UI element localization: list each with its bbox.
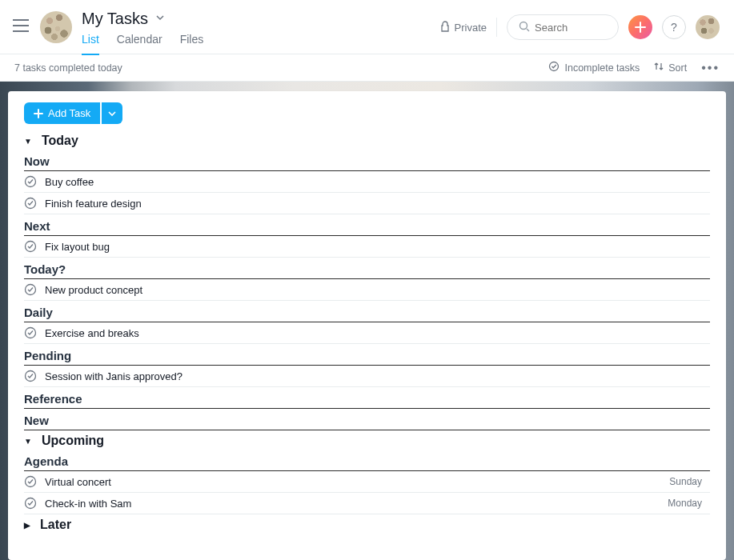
more-menu[interactable]: ••• <box>701 61 720 75</box>
global-add-button[interactable] <box>628 15 652 39</box>
top-right: Private ? <box>440 14 720 40</box>
complete-check-icon[interactable] <box>24 497 37 510</box>
search-input[interactable] <box>535 22 607 34</box>
help-button[interactable]: ? <box>662 15 686 39</box>
plus-icon <box>34 109 43 118</box>
task-text: Buy coffee <box>45 176 94 188</box>
task-row[interactable]: Virtual concertSunday <box>24 471 710 493</box>
add-task-button[interactable]: Add Task <box>24 102 100 124</box>
group-heading[interactable]: Agenda <box>24 451 710 471</box>
sub-bar: 7 tasks completed today Incomplete tasks… <box>0 54 734 82</box>
page-title: My Tasks <box>82 10 148 28</box>
add-task-label: Add Task <box>48 107 90 119</box>
check-circle-icon <box>548 61 560 74</box>
task-row[interactable]: Exercise and breaks <box>24 322 710 344</box>
lock-icon <box>440 21 450 34</box>
triangle-down-icon: ▼ <box>24 137 32 146</box>
privacy-label: Private <box>455 22 487 34</box>
task-row[interactable]: Fix layout bug <box>24 236 710 258</box>
group-heading[interactable]: Pending <box>24 346 710 366</box>
complete-check-icon[interactable] <box>24 240 37 253</box>
task-text: New product concept <box>45 284 142 296</box>
task-due: Monday <box>668 498 710 509</box>
complete-check-icon[interactable] <box>24 175 37 188</box>
completed-status: 7 tasks completed today <box>14 62 122 74</box>
task-text: Exercise and breaks <box>45 327 139 339</box>
group-heading[interactable]: Next <box>24 216 710 236</box>
privacy-toggle[interactable]: Private <box>440 21 487 34</box>
complete-check-icon[interactable] <box>24 197 37 210</box>
tabs: List Calendar Files <box>82 33 203 55</box>
section-header[interactable]: ▼Today <box>24 134 710 148</box>
task-text: Fix layout bug <box>45 241 110 253</box>
task-text: Virtual concert <box>45 476 111 488</box>
title-block: My Tasks List Calendar Files <box>82 8 203 55</box>
search-input-wrap[interactable] <box>507 14 619 40</box>
group-heading[interactable]: Daily <box>24 302 710 322</box>
user-avatar[interactable] <box>696 15 720 39</box>
svg-point-0 <box>520 22 527 29</box>
task-text: Finish feature design <box>45 198 142 210</box>
sort-label: Sort <box>668 62 687 74</box>
group-heading[interactable]: Now <box>24 151 710 171</box>
group-heading[interactable]: Reference <box>24 389 710 409</box>
background: Add Task ▼TodayNowBuy coffeeFinish featu… <box>0 82 734 560</box>
sort-button[interactable]: Sort <box>654 62 687 74</box>
task-row[interactable]: Finish feature design <box>24 193 710 214</box>
task-row[interactable]: Session with Janis approved? <box>24 366 710 387</box>
svg-point-1 <box>550 62 559 71</box>
add-task-dropdown[interactable] <box>102 102 122 124</box>
sort-icon <box>654 62 664 74</box>
task-due: Sunday <box>669 476 710 487</box>
task-board: Add Task ▼TodayNowBuy coffeeFinish featu… <box>8 91 726 560</box>
complete-check-icon[interactable] <box>24 326 37 339</box>
tab-list[interactable]: List <box>82 33 99 55</box>
project-avatar[interactable] <box>40 11 72 43</box>
search-icon <box>519 21 530 34</box>
task-text: Session with Janis approved? <box>45 370 182 382</box>
group-heading[interactable]: New <box>24 410 710 430</box>
menu-icon[interactable] <box>13 19 29 32</box>
section-title: Later <box>40 518 71 532</box>
divider <box>496 18 497 37</box>
section-header[interactable]: ▶Later <box>24 518 710 532</box>
complete-check-icon[interactable] <box>24 283 37 296</box>
complete-check-icon[interactable] <box>24 370 37 382</box>
triangle-right-icon: ▶ <box>24 521 30 530</box>
task-row[interactable]: Check-in with SamMonday <box>24 493 710 514</box>
section-header[interactable]: ▼Upcoming <box>24 434 710 448</box>
task-text: Check-in with Sam <box>45 498 131 510</box>
top-bar: My Tasks List Calendar Files Private <box>0 0 734 54</box>
chevron-down-icon[interactable] <box>154 12 166 26</box>
chevron-down-icon <box>108 110 116 118</box>
task-row[interactable]: New product concept <box>24 279 710 301</box>
section-title: Upcoming <box>42 434 104 448</box>
filter-label: Incomplete tasks <box>564 62 640 74</box>
filter-button[interactable]: Incomplete tasks <box>548 61 640 74</box>
complete-check-icon[interactable] <box>24 475 37 488</box>
section-title: Today <box>42 134 78 148</box>
task-row[interactable]: Buy coffee <box>24 171 710 193</box>
triangle-down-icon: ▼ <box>24 437 32 446</box>
group-heading[interactable]: Today? <box>24 259 710 279</box>
tab-calendar[interactable]: Calendar <box>117 33 162 55</box>
tab-files[interactable]: Files <box>180 33 204 55</box>
